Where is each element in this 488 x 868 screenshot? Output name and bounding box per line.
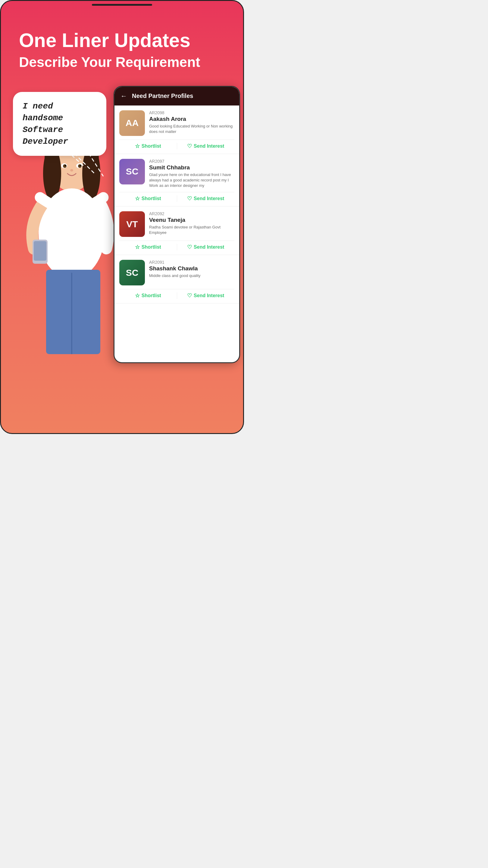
star-icon: ☆ — [135, 195, 140, 202]
heart-icon: ♡ — [187, 292, 192, 299]
profile-card: SC AR2097 Sumit Chhabra Glad youre here … — [115, 154, 239, 207]
heart-icon: ♡ — [187, 244, 192, 250]
profile-info-row: SC AR2091 Shashank Chawla Middle class a… — [119, 260, 234, 285]
phone-header: ← Need Partner Profiles — [115, 87, 239, 105]
svg-point-9 — [63, 164, 67, 168]
shortlist-button[interactable]: ☆ Shortlist — [119, 292, 177, 299]
profile-id: AR2091 — [149, 260, 234, 265]
profile-details: AR2097 Sumit Chhabra Glad youre here on … — [149, 159, 234, 189]
send-interest-button[interactable]: ♡ Send Interest — [177, 143, 235, 150]
interest-label: Send Interest — [194, 293, 224, 299]
svg-point-11 — [65, 165, 66, 166]
send-interest-button[interactable]: ♡ Send Interest — [177, 195, 235, 202]
svg-point-10 — [78, 164, 82, 168]
profile-card: AA AR2098 Aakash Arora Good looking Educ… — [115, 105, 239, 154]
shortlist-button[interactable]: ☆ Shortlist — [119, 244, 177, 250]
avatar: SC — [119, 260, 145, 285]
profile-id: AR2097 — [149, 159, 234, 164]
avatar: AA — [119, 110, 145, 136]
svg-point-13 — [70, 169, 73, 172]
star-icon: ☆ — [135, 244, 140, 250]
profile-card: VT AR2092 Veenu Taneja Radha Soami devot… — [115, 207, 239, 255]
profile-details: AR2092 Veenu Taneja Radha Soami devotee … — [149, 211, 234, 236]
shortlist-label: Shortlist — [141, 196, 161, 201]
speech-bubble: I need handsomeSoftware Developer — [13, 92, 106, 156]
shortlist-button[interactable]: ☆ Shortlist — [119, 143, 177, 150]
lower-section: I need handsomeSoftware Developer — [4, 83, 240, 354]
heart-icon: ♡ — [187, 143, 192, 150]
outer-phone-frame: One Liner Updates Describe Your Requirem… — [0, 0, 244, 434]
shortlist-button[interactable]: ☆ Shortlist — [119, 195, 177, 202]
svg-rect-18 — [46, 270, 100, 354]
shortlist-label: Shortlist — [141, 244, 161, 250]
send-interest-button[interactable]: ♡ Send Interest — [177, 292, 235, 299]
profile-name: Sumit Chhabra — [149, 164, 234, 171]
profile-id: AR2092 — [149, 211, 234, 216]
svg-point-12 — [80, 165, 81, 166]
profile-details: AR2098 Aakash Arora Good looking Educate… — [149, 110, 234, 134]
heart-icon: ♡ — [187, 195, 192, 202]
shortlist-label: Shortlist — [141, 293, 161, 299]
hero-section: One Liner Updates Describe Your Requirem… — [4, 6, 240, 83]
send-interest-button[interactable]: ♡ Send Interest — [177, 244, 235, 250]
action-row: ☆ Shortlist ♡ Send Interest — [119, 241, 234, 255]
interest-label: Send Interest — [194, 144, 224, 149]
profile-info-row: SC AR2097 Sumit Chhabra Glad youre here … — [119, 159, 234, 189]
profile-description: Good looking Educated Working or Non wor… — [149, 124, 234, 134]
profile-description: Glad youre here on the educational front… — [149, 172, 234, 189]
action-row: ☆ Shortlist ♡ Send Interest — [119, 192, 234, 206]
interest-label: Send Interest — [194, 196, 224, 201]
profile-id: AR2098 — [149, 110, 234, 115]
inner-phone: ← Need Partner Profiles AA AR2098 Aakash… — [113, 86, 240, 363]
hero-title: One Liner Updates — [19, 30, 225, 51]
phone-header-title: Need Partner Profiles — [132, 93, 193, 99]
profile-details: AR2091 Shashank Chawla Middle class and … — [149, 260, 234, 278]
profile-name: Veenu Taneja — [149, 217, 234, 223]
profile-description: Middle class and good quality — [149, 273, 234, 278]
profile-name: Aakash Arora — [149, 116, 234, 122]
hero-subtitle: Describe Your Requirement — [19, 54, 225, 70]
back-arrow[interactable]: ← — [121, 92, 127, 100]
avatar: SC — [119, 159, 145, 184]
profile-name: Shashank Chawla — [149, 265, 234, 272]
avatar: VT — [119, 211, 145, 237]
shortlist-label: Shortlist — [141, 144, 161, 149]
profile-card: SC AR2091 Shashank Chawla Middle class a… — [115, 255, 239, 304]
action-row: ☆ Shortlist ♡ Send Interest — [119, 289, 234, 303]
action-row: ☆ Shortlist ♡ Send Interest — [119, 140, 234, 154]
star-icon: ☆ — [135, 143, 140, 150]
svg-rect-17 — [34, 241, 46, 261]
speech-bubble-text: I need handsomeSoftware Developer — [23, 100, 97, 148]
star-icon: ☆ — [135, 292, 140, 299]
profile-list: AA AR2098 Aakash Arora Good looking Educ… — [115, 105, 239, 304]
profile-description: Radha Soami devotee or Rajasthan Govt Em… — [149, 224, 234, 236]
interest-label: Send Interest — [194, 244, 224, 250]
profile-info-row: AA AR2098 Aakash Arora Good looking Educ… — [119, 110, 234, 136]
profile-info-row: VT AR2092 Veenu Taneja Radha Soami devot… — [119, 211, 234, 237]
